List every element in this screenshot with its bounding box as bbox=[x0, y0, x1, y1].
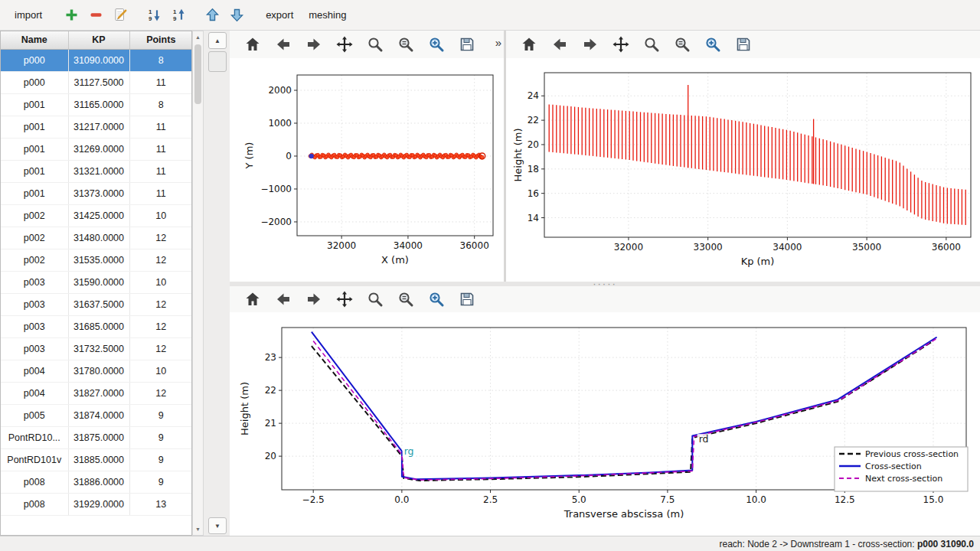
table-cell[interactable]: 11 bbox=[129, 116, 192, 138]
add-cross-section-button[interactable] bbox=[60, 4, 83, 27]
table-cell[interactable]: p002 bbox=[1, 227, 68, 249]
forward-button[interactable] bbox=[302, 288, 326, 311]
column-header-points[interactable]: Points bbox=[129, 31, 192, 49]
table-cell[interactable]: p008 bbox=[1, 471, 68, 493]
panel-scroll-down-button[interactable]: ▼ bbox=[208, 517, 227, 534]
table-row[interactable]: p00231535.000012 bbox=[1, 249, 192, 271]
table-cell[interactable]: 31535.0000 bbox=[68, 249, 129, 271]
table-row[interactable]: p00031127.500011 bbox=[1, 71, 192, 93]
table-scrollbar-thumb[interactable] bbox=[194, 44, 201, 104]
table-cell[interactable]: p008 bbox=[1, 493, 68, 515]
table-cell[interactable]: 10 bbox=[129, 204, 192, 227]
table-cell[interactable]: 31165.0000 bbox=[68, 93, 129, 116]
save-button[interactable] bbox=[455, 33, 479, 56]
table-cell[interactable]: 11 bbox=[129, 182, 192, 204]
remove-cross-section-button[interactable] bbox=[84, 4, 107, 27]
table-cell[interactable]: p005 bbox=[1, 404, 68, 426]
table-cell[interactable]: 9 bbox=[129, 448, 192, 471]
back-button[interactable] bbox=[271, 33, 296, 56]
subplots-button[interactable] bbox=[394, 33, 418, 56]
table-cell[interactable]: 31217.0000 bbox=[68, 116, 129, 138]
toolbar-overflow-button[interactable]: » bbox=[495, 36, 501, 49]
move-down-button[interactable] bbox=[225, 4, 248, 27]
zoom-button[interactable] bbox=[363, 33, 387, 56]
table-cell[interactable]: 31321.0000 bbox=[68, 160, 129, 182]
customize-button[interactable] bbox=[701, 33, 725, 56]
table-row[interactable]: p00531874.00009 bbox=[1, 404, 192, 426]
table-row[interactable]: p00331685.000012 bbox=[1, 315, 192, 337]
table-row[interactable]: p00431780.000010 bbox=[1, 360, 192, 382]
save-button[interactable] bbox=[455, 288, 479, 311]
table-cell[interactable]: 31874.0000 bbox=[68, 404, 129, 426]
table-cell[interactable]: 31269.0000 bbox=[68, 138, 129, 160]
table-cell[interactable]: 13 bbox=[129, 493, 192, 515]
table-row[interactable]: p00131217.000011 bbox=[1, 116, 192, 138]
table-cell[interactable]: PontRD101v bbox=[1, 448, 68, 471]
table-cell[interactable]: p001 bbox=[1, 160, 68, 182]
table-cell[interactable]: p001 bbox=[1, 182, 68, 204]
subplots-button[interactable] bbox=[670, 33, 694, 56]
customize-button[interactable] bbox=[424, 33, 449, 56]
table-scrollbar[interactable]: ▲ ▼ bbox=[192, 31, 204, 536]
panel-scroll-up-button[interactable]: ▲ bbox=[208, 32, 227, 49]
table-row[interactable]: p00131373.000011 bbox=[1, 182, 192, 204]
table-cell[interactable]: 31425.0000 bbox=[68, 204, 129, 227]
back-button[interactable] bbox=[547, 33, 572, 56]
table-cell[interactable]: p002 bbox=[1, 204, 68, 227]
table-cell[interactable]: 11 bbox=[129, 71, 192, 93]
table-cell[interactable]: 8 bbox=[129, 49, 192, 71]
home-button[interactable] bbox=[240, 33, 265, 56]
plan-view-chart[interactable]: 320003400036000−2000−1000010002000X (m)Y… bbox=[230, 58, 504, 282]
scroll-down-icon[interactable]: ▼ bbox=[193, 524, 203, 534]
table-cell[interactable]: 31875.0000 bbox=[68, 426, 129, 448]
table-row[interactable]: PontRD101v31885.00009 bbox=[1, 448, 192, 471]
table-cell[interactable]: 8 bbox=[129, 93, 192, 116]
table-cell[interactable]: p001 bbox=[1, 138, 68, 160]
table-row[interactable]: p00331732.500012 bbox=[1, 337, 192, 360]
table-cell[interactable]: p003 bbox=[1, 337, 68, 360]
table-row[interactable]: p00231480.000012 bbox=[1, 227, 192, 249]
table-cell[interactable]: p002 bbox=[1, 249, 68, 271]
table-cell[interactable]: p003 bbox=[1, 271, 68, 293]
table-cell[interactable]: 12 bbox=[129, 315, 192, 337]
table-cell[interactable]: 11 bbox=[129, 138, 192, 160]
customize-button[interactable] bbox=[424, 288, 449, 311]
table-cell[interactable]: p004 bbox=[1, 360, 68, 382]
table-cell[interactable]: 31732.5000 bbox=[68, 337, 129, 360]
sort-ascending-button[interactable]: 1 9 bbox=[142, 4, 165, 27]
longitudinal-view-chart[interactable]: 3200033000340003500036000141618202224Kp … bbox=[506, 58, 980, 282]
table-row[interactable]: p00131321.000011 bbox=[1, 160, 192, 182]
table-cell[interactable]: p003 bbox=[1, 293, 68, 315]
move-up-button[interactable] bbox=[201, 4, 224, 27]
table-cell[interactable]: 9 bbox=[129, 471, 192, 493]
meshing-button[interactable]: meshing bbox=[302, 6, 353, 24]
panel-scrollbar[interactable]: ▲ ▼ bbox=[205, 31, 230, 536]
table-cell[interactable]: 12 bbox=[129, 382, 192, 404]
table-cell[interactable]: 31929.0000 bbox=[68, 493, 129, 515]
table-row[interactable]: p00831929.000013 bbox=[1, 493, 192, 515]
table-row[interactable]: p00431827.000012 bbox=[1, 382, 192, 404]
column-header-name[interactable]: Name bbox=[1, 31, 68, 49]
table-row[interactable]: p00131165.00008 bbox=[1, 93, 192, 116]
table-cell[interactable]: 12 bbox=[129, 227, 192, 249]
table-row[interactable]: PontRD10...31875.00009 bbox=[1, 426, 192, 448]
forward-button[interactable] bbox=[302, 33, 326, 56]
table-cell[interactable]: 10 bbox=[129, 271, 192, 293]
table-cell[interactable]: 9 bbox=[129, 426, 192, 448]
pan-button[interactable] bbox=[609, 33, 633, 56]
table-cell[interactable]: 31885.0000 bbox=[68, 448, 129, 471]
table-cell[interactable]: 12 bbox=[129, 249, 192, 271]
subplots-button[interactable] bbox=[394, 288, 418, 311]
table-cell[interactable]: p000 bbox=[1, 71, 68, 93]
table-cell[interactable]: p001 bbox=[1, 116, 68, 138]
table-cell[interactable]: 31480.0000 bbox=[68, 227, 129, 249]
table-cell[interactable]: p001 bbox=[1, 93, 68, 116]
scroll-up-icon[interactable]: ▲ bbox=[193, 32, 203, 42]
table-cell[interactable]: 31827.0000 bbox=[68, 382, 129, 404]
table-cell[interactable]: 31780.0000 bbox=[68, 360, 129, 382]
sort-descending-button[interactable]: 1 9 bbox=[167, 4, 190, 27]
table-cell[interactable]: 10 bbox=[129, 360, 192, 382]
table-cell[interactable]: 31590.0000 bbox=[68, 271, 129, 293]
table-cell[interactable]: p003 bbox=[1, 315, 68, 337]
home-button[interactable] bbox=[517, 33, 541, 56]
